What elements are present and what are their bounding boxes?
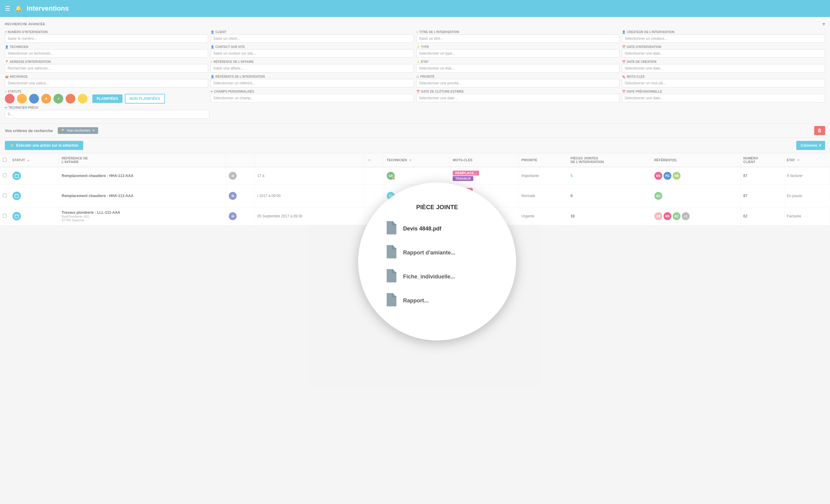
collapse-icon[interactable]: ▾ (822, 21, 825, 27)
search-panel-title: RECHERCHE AVANCÉE (5, 22, 45, 26)
criteria-clear-button[interactable]: 🗑 (814, 126, 825, 135)
status-dot-green[interactable]: ✓ (54, 94, 63, 104)
tag-chip: TRAVAUX (453, 176, 473, 181)
ref-label: Remplacement chaudiere : HHA-111-AAA (62, 194, 133, 198)
table-row: Remplacement chaudiere : HHA-111-AAA 🏛 1… (0, 167, 830, 184)
col-referents: RÉFÉRENT(S) (651, 153, 741, 167)
numero-input[interactable] (5, 34, 208, 43)
btn-planifiees[interactable]: PLANIFIÉES (92, 94, 122, 103)
criteria-tag-non-archivees[interactable]: 📦 Non Archivées ✕ (58, 127, 98, 134)
field-tech-prevu: ✏ TECHNICIEN PRÉVU (5, 106, 209, 119)
page-title: Interventions (27, 5, 69, 12)
search-panel: RECHERCHE AVANCÉE ▾ # NUMÉRO D'INTERVENT… (0, 17, 830, 124)
client-input[interactable] (211, 34, 414, 43)
date-cell: 05 Septembre 2017 à 09:30 (257, 214, 302, 218)
field-date-prev: 📅 DATE PRÉVISIONNELLE (622, 90, 825, 104)
etat-label: En pause (787, 194, 802, 198)
svg-rect-3 (15, 195, 19, 198)
col-ref-affaire: RÉFÉRENCE DEL'AFFAIRE (59, 153, 226, 167)
pieces-count[interactable]: 5 (571, 174, 573, 178)
referent-extra: +1 (682, 212, 690, 220)
num-client: 62 (743, 214, 747, 218)
btn-non-planifiees[interactable]: NON PLANIFIÉES (125, 94, 165, 104)
col-technicien[interactable]: TECHNICIEN ▼ (384, 153, 450, 167)
field-archivage: 📦 ARCHIVAGE (5, 75, 208, 88)
status-dot-orange[interactable] (17, 94, 27, 104)
field-adresse: 📍 ADRESSE D'INTERVENTION (5, 60, 208, 73)
field-type: ⚡ TYPE (416, 45, 619, 58)
tech-prevu-input[interactable] (5, 110, 209, 119)
select-all-checkbox[interactable] (3, 158, 7, 162)
field-technicien: 👤 TECHNICIEN (5, 45, 208, 58)
field-numero: # NUMÉRO D'INTERVENTION (5, 30, 208, 43)
criteria-row: Vos critères de recherche 📦 Non Archivée… (0, 124, 830, 138)
date-cell: / 2017 à 09:00 (257, 194, 281, 198)
adresse-input[interactable] (5, 64, 208, 73)
field-contact: 👤 CONTACT SUR SITE (211, 45, 414, 58)
bell-icon[interactable]: 🔔 (15, 5, 22, 12)
status-dot-deeporange[interactable] (66, 94, 75, 104)
status-dot-yellow[interactable] (78, 94, 88, 104)
field-date-cloture: 📅 DATE DE CLÔTURE ESTIMÉE (416, 90, 619, 104)
date-cloture-input[interactable] (416, 94, 619, 102)
etat-label: À facturer (787, 174, 803, 178)
field-client: 👤 CLIENT (211, 30, 414, 43)
row-checkbox[interactable] (3, 214, 7, 218)
date-creation-input[interactable] (622, 64, 825, 73)
referents-input[interactable] (211, 79, 414, 88)
titre-input[interactable] (416, 34, 619, 43)
archivage-input[interactable] (5, 79, 208, 88)
status-dot-blue[interactable] (29, 94, 39, 104)
tag-close-btn[interactable]: ✕ (92, 128, 95, 133)
date-intervention-input[interactable] (622, 49, 825, 58)
num-client: 87 (743, 194, 747, 198)
contact-input[interactable] (211, 49, 414, 58)
status-icon (12, 212, 21, 221)
col-num-client: NUMÉROCLIENT (741, 153, 784, 167)
row-checkbox[interactable] (3, 193, 7, 197)
action-bar: ⚡ Exécuter une action sur la sélection C… (0, 138, 830, 153)
field-etat: ⚡ ÉTAT (416, 60, 619, 73)
type-input[interactable] (416, 49, 619, 58)
field-referents: 👤 RÉFÉRENTS DE L'INTERVENTION (211, 75, 414, 88)
col-mots-cles: MOTS-CLÉS (450, 153, 519, 167)
priorite-input[interactable] (416, 79, 619, 88)
row-checkbox[interactable] (3, 173, 7, 177)
priority-label: Urgente (521, 214, 534, 218)
col-etat[interactable]: ÉTAT ▼ (784, 153, 830, 167)
loc-icon: 🏛 (229, 212, 237, 220)
technicien-input[interactable] (5, 49, 208, 58)
col-date[interactable]: ▼ (364, 153, 384, 167)
tag-archive-icon: 📦 (61, 129, 65, 133)
mots-cles-input[interactable] (622, 79, 825, 88)
col-location (255, 153, 364, 167)
col-statut[interactable]: STATUT ▲ (10, 153, 59, 167)
champs-input[interactable] (211, 94, 414, 102)
popup-item-1[interactable]: Devis 4848.pdf (386, 221, 489, 225)
menu-icon[interactable]: ☰ (5, 5, 10, 12)
field-mots-cles: 🔖 MOTS-CLÉS (622, 75, 825, 88)
field-champs: ✏ CHAMPS PERSONNALISÉS (211, 90, 414, 104)
reference-input[interactable] (211, 64, 414, 73)
colonnes-button[interactable]: Colonnes ▾ (796, 141, 825, 150)
status-icon (12, 192, 21, 200)
createur-input[interactable] (622, 34, 825, 43)
referent-avatar: HB (673, 172, 680, 180)
loc-icon: 🏛 (229, 172, 237, 180)
status-dot-red[interactable] (5, 94, 14, 104)
num-client: 87 (743, 174, 747, 178)
popup-title: PIÈCE JOINTE (416, 204, 458, 211)
date-prev-input[interactable] (622, 94, 825, 102)
field-reference: ≡ RÉFÉRENCE DE L'AFFAIRE (211, 60, 414, 73)
etat-input[interactable] (416, 64, 619, 73)
execute-action-button[interactable]: ⚡ Exécuter une action sur la sélection (5, 141, 83, 150)
pieces-count: 10 (571, 214, 574, 218)
loc-icon: 🏛 (229, 192, 237, 200)
date-cell: 17 à (257, 174, 264, 178)
field-date-creation: 📅 DATE DE CRÉATION (622, 60, 825, 73)
field-statuts: ≡ STATUTS A ✓ PLANIFIÉES NON PLANIFIÉES (5, 90, 208, 104)
referent-avatar: AC (655, 192, 662, 200)
status-dot-amber[interactable]: A (41, 94, 51, 104)
app-header: ☰ 🔔 Interventions (0, 0, 830, 17)
field-titre: ≡ TITRE DE L'INTERVENTION (416, 30, 619, 43)
